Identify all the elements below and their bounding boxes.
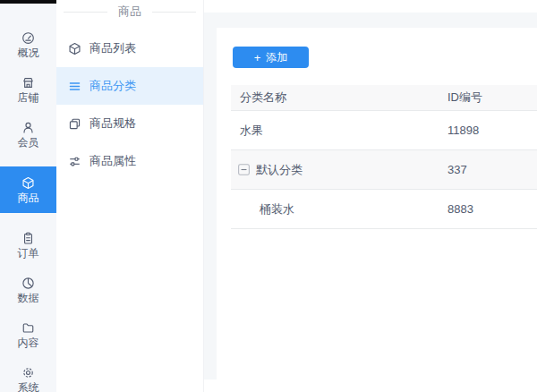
category-table: 分类名称 ID编号 水果 11898 默认分类 337 桶装水 8883 xyxy=(231,85,537,229)
content-icon xyxy=(21,321,35,335)
primary-sidebar-nav: 概况 店铺 会员 商品 订单 数据 内容 系统 xyxy=(0,0,56,392)
secondary-sidebar: 商品 商品列表 商品分类 商品规格 商品属性 xyxy=(56,0,204,392)
column-header-name: 分类名称 xyxy=(231,89,439,106)
sidebar-item-dashboard[interactable]: 概况 xyxy=(0,32,56,57)
add-button-label: 添加 xyxy=(266,50,287,65)
category-name: 水果 xyxy=(240,123,263,139)
content-card: + 添加 分类名称 ID编号 水果 11898 默认分类 337 桶装水 888… xyxy=(217,28,537,392)
sidebar-item-label: 数据 xyxy=(18,293,39,303)
category-name-cell: 水果 xyxy=(231,123,439,139)
menu-item-label: 商品分类 xyxy=(90,78,136,94)
collapse-icon[interactable] xyxy=(238,164,250,175)
main-content: + 添加 分类名称 ID编号 水果 11898 默认分类 337 桶装水 888… xyxy=(203,0,537,392)
sidebar-item-data[interactable]: 数据 xyxy=(0,277,56,303)
sidebar-item-member[interactable]: 会员 xyxy=(0,122,56,147)
dashboard-icon xyxy=(21,31,35,45)
window-top-bar xyxy=(0,0,56,4)
sidebar-item-label: 概况 xyxy=(18,47,39,58)
category-id-cell: 337 xyxy=(439,163,537,176)
member-icon xyxy=(21,121,35,134)
order-icon xyxy=(21,232,35,245)
store-icon xyxy=(21,76,35,89)
attribute-icon xyxy=(68,155,81,168)
sidebar-item-system[interactable]: 系统 xyxy=(0,367,56,392)
sidebar-item-label: 商品 xyxy=(18,192,39,203)
menu-item-product-list[interactable]: 商品列表 xyxy=(56,30,203,67)
menu-item-label: 商品属性 xyxy=(90,153,136,169)
product-list-icon xyxy=(68,42,81,55)
secondary-sidebar-header: 商品 xyxy=(56,0,203,25)
category-name-cell: 桶装水 xyxy=(231,201,439,217)
sidebar-item-label: 系统 xyxy=(18,382,39,392)
column-header-id: ID编号 xyxy=(439,89,537,106)
menu-item-spec[interactable]: 商品规格 xyxy=(56,105,203,142)
admin-app-window: 概况 店铺 会员 商品 订单 数据 内容 系统 商品 商品列表 商品分类 xyxy=(0,0,537,392)
data-icon xyxy=(21,277,35,290)
menu-item-category[interactable]: 商品分类 xyxy=(56,67,203,105)
category-icon xyxy=(68,80,81,93)
sidebar-item-store[interactable]: 店铺 xyxy=(0,77,56,102)
sidebar-item-label: 会员 xyxy=(18,137,39,148)
secondary-sidebar-title: 商品 xyxy=(107,4,152,20)
product-icon xyxy=(21,176,35,190)
sidebar-item-content[interactable]: 内容 xyxy=(0,322,56,347)
table-body: 水果 11898 默认分类 337 桶装水 8883 xyxy=(231,111,537,229)
plus-icon: + xyxy=(254,52,261,64)
category-id-cell: 8883 xyxy=(439,202,537,216)
sidebar-item-order[interactable]: 订单 xyxy=(0,233,56,258)
table-row[interactable]: 默认分类 337 xyxy=(231,150,537,190)
sidebar-item-label: 订单 xyxy=(18,248,39,259)
sidebar-item-label: 内容 xyxy=(18,337,39,348)
table-row[interactable]: 水果 11898 xyxy=(231,111,537,150)
sidebar-item-label: 店铺 xyxy=(18,92,39,103)
add-category-button[interactable]: + 添加 xyxy=(233,47,309,68)
spec-icon xyxy=(68,117,81,131)
category-name-cell: 默认分类 xyxy=(231,162,439,178)
menu-item-label: 商品列表 xyxy=(90,40,136,56)
system-icon xyxy=(21,366,35,379)
table-row[interactable]: 桶装水 8883 xyxy=(231,190,537,229)
menu-item-label: 商品规格 xyxy=(90,115,136,132)
menu-item-attribute[interactable]: 商品属性 xyxy=(56,142,203,180)
table-header-row: 分类名称 ID编号 xyxy=(231,85,537,111)
sidebar-item-product[interactable]: 商品 xyxy=(0,166,56,213)
category-name: 默认分类 xyxy=(256,162,303,178)
primary-sidebar: 概况 店铺 会员 商品 订单 数据 内容 系统 xyxy=(0,0,56,392)
category-id-cell: 11898 xyxy=(439,124,537,137)
category-name: 桶装水 xyxy=(260,201,294,217)
secondary-sidebar-nav: 商品列表 商品分类 商品规格 商品属性 xyxy=(56,25,203,180)
